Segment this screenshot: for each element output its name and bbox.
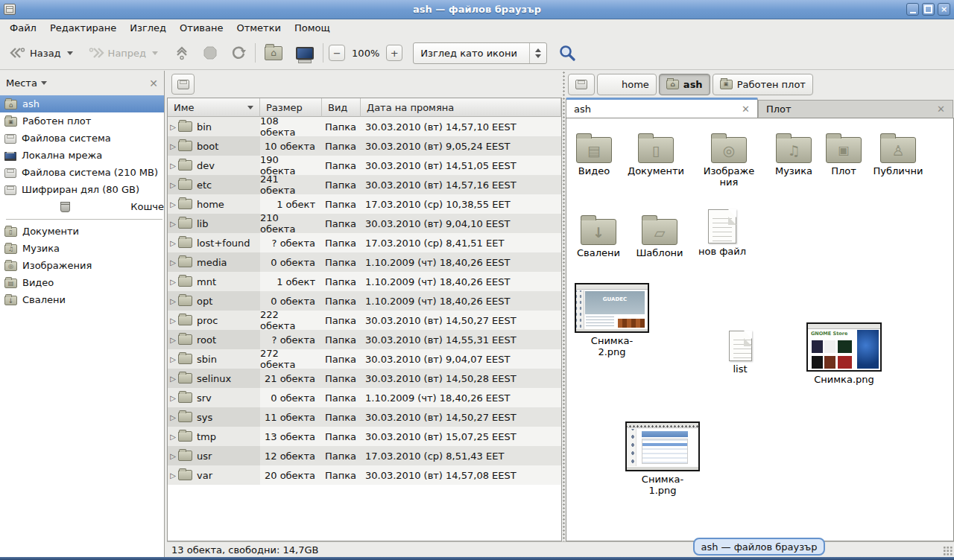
table-row[interactable]: ▷ boot 10 обекта Папка 30.03.2010 (вт) 9… — [168, 136, 561, 156]
table-row[interactable]: ▷ sbin 272 обекта Папка 30.03.2010 (вт) … — [168, 349, 561, 369]
sidebar-item[interactable]: Файлова система — [0, 130, 164, 147]
expander-icon[interactable]: ▷ — [168, 471, 178, 480]
column-header-type[interactable]: Вид — [322, 98, 361, 117]
table-row[interactable]: ▷ sys 11 обекта Папка 30.03.2010 (вт) 14… — [168, 407, 561, 427]
forward-dropdown-icon[interactable] — [152, 51, 158, 55]
file-icon-item[interactable]: Публични — [868, 130, 928, 176]
tab-close-icon[interactable]: ✕ — [742, 104, 750, 115]
expander-icon[interactable]: ▷ — [168, 123, 178, 131]
file-icon-item[interactable]: Свалени — [569, 212, 628, 258]
table-row[interactable]: ▷ proc 222 обекта Папка 30.03.2010 (вт) … — [168, 311, 561, 330]
home-button[interactable] — [261, 43, 286, 63]
back-dropdown-icon[interactable] — [67, 51, 73, 55]
forward-button[interactable]: Напред — [84, 43, 162, 63]
file-icon-item[interactable]: GNOME Store Снимка.png — [806, 319, 882, 385]
expander-icon[interactable]: ▷ — [168, 375, 178, 383]
expander-icon[interactable]: ▷ — [168, 297, 178, 305]
expander-icon[interactable]: ▷ — [168, 336, 178, 344]
sidebar-item[interactable]: ash — [0, 95, 164, 112]
maximize-button[interactable] — [922, 3, 935, 16]
titlebar[interactable]: ash — файлов браузър × — [0, 0, 954, 19]
table-row[interactable]: ▷ lib 210 обекта Папка 30.03.2010 (вт) 9… — [168, 214, 561, 233]
sidebar-item[interactable]: Кошче — [0, 198, 164, 215]
zoom-out-button[interactable]: − — [329, 45, 345, 61]
file-icon[interactable] — [776, 130, 812, 163]
tab-close-icon[interactable]: ✕ — [937, 104, 945, 115]
expander-icon[interactable]: ▷ — [168, 220, 178, 228]
tab[interactable]: ash ✕ — [566, 98, 758, 118]
minimize-button[interactable] — [906, 3, 919, 16]
file-icon[interactable] — [729, 330, 752, 361]
expander-icon[interactable]: ▷ — [168, 162, 178, 170]
menu-item[interactable]: Помощ — [288, 21, 337, 35]
sidebar-item[interactable]: Файлова система (210 MB) — [0, 164, 164, 181]
table-row[interactable]: ▷ media 0 обекта Папка 1.10.2009 (чт) 18… — [168, 252, 561, 272]
tab[interactable]: Плот ✕ — [758, 100, 953, 118]
file-icon-item[interactable]: Шаблони — [630, 212, 689, 258]
table-row[interactable]: ▷ mnt 1 обект Папка 1.10.2009 (чт) 18,40… — [168, 272, 561, 291]
zoom-in-button[interactable]: + — [386, 45, 402, 61]
expander-icon[interactable]: ▷ — [168, 258, 178, 267]
table-row[interactable]: ▷ root ? обекта Папка 30.03.2010 (вт) 14… — [168, 330, 561, 349]
sidebar-item[interactable]: Работен плот — [0, 112, 164, 130]
table-row[interactable]: ▷ selinux 21 обекта Папка 30.03.2010 (вт… — [168, 369, 561, 388]
sidebar-item[interactable]: Изображения — [0, 257, 164, 274]
table-row[interactable]: ▷ bin 108 обекта Папка 30.03.2010 (вт) 1… — [168, 117, 561, 136]
reload-button[interactable] — [227, 42, 250, 63]
table-row[interactable]: ▷ opt 0 обекта Папка 1.10.2009 (чт) 18,4… — [168, 291, 561, 311]
expander-icon[interactable]: ▷ — [168, 452, 178, 460]
file-icon-item[interactable]: Изображения — [699, 130, 759, 188]
menu-item[interactable]: Отиване — [173, 21, 230, 35]
file-icon[interactable] — [638, 130, 674, 163]
expander-icon[interactable]: ▷ — [168, 413, 178, 421]
sidebar-item[interactable]: Музика — [0, 240, 164, 257]
search-button[interactable] — [555, 41, 580, 65]
icon-view[interactable]: Видео — [566, 118, 954, 541]
sidebar-item[interactable]: Локална мрежа — [0, 147, 164, 164]
sidebar-item[interactable]: Видео — [0, 274, 164, 291]
sidebar-close-icon[interactable]: ✕ — [149, 77, 158, 89]
file-icon[interactable] — [880, 130, 916, 163]
file-icon[interactable] — [711, 130, 747, 163]
table-row[interactable]: ▷ srv 0 обекта Папка 1.10.2009 (чт) 18,4… — [168, 388, 561, 407]
table-row[interactable]: ▷ etc 241 обекта Папка 30.03.2010 (вт) 1… — [168, 175, 561, 194]
sidebar-item[interactable]: Шифриран дял (80 GB) — [0, 181, 164, 198]
table-row[interactable]: ▷ var 20 обекта Папка 30.03.2010 (вт) 14… — [168, 465, 561, 485]
menu-item[interactable]: Файл — [3, 21, 43, 35]
file-icon[interactable] — [625, 419, 700, 471]
expander-icon[interactable]: ▷ — [168, 181, 178, 189]
expander-icon[interactable]: ▷ — [168, 278, 178, 286]
path-button[interactable]: home — [597, 74, 657, 95]
file-icon-item[interactable]: Снимка-1.png — [625, 419, 700, 497]
sidebar-item[interactable] — [0, 215, 164, 223]
sidebar-item[interactable]: Документи — [0, 223, 164, 240]
sidebar-item[interactable]: Свалени — [0, 291, 164, 308]
file-icon-item[interactable]: Видео — [566, 130, 624, 176]
expander-icon[interactable]: ▷ — [168, 142, 178, 150]
menu-item[interactable]: Редактиране — [43, 21, 123, 35]
filesystem-root-button[interactable] — [171, 74, 195, 95]
menu-item[interactable]: Отметки — [230, 21, 287, 35]
computer-button[interactable] — [292, 44, 318, 63]
table-row[interactable]: ▷ dev 190 обекта Папка 30.03.2010 (вт) 1… — [168, 156, 561, 175]
file-icon-item[interactable]: list — [710, 330, 770, 375]
file-icon[interactable] — [708, 211, 736, 244]
table-row[interactable]: ▷ tmp 13 обекта Папка 30.03.2010 (вт) 15… — [168, 427, 561, 446]
chevron-down-icon[interactable] — [41, 81, 47, 85]
file-icon-item[interactable]: GUADEC Снимка-2.png — [575, 280, 649, 358]
menu-item[interactable]: Изглед — [123, 21, 173, 35]
column-header-name[interactable]: Име — [168, 98, 260, 117]
table-row[interactable]: ▷ home 1 обект Папка 17.03.2010 (ср) 10,… — [168, 194, 561, 214]
resize-grip[interactable] — [943, 546, 953, 556]
path-button[interactable]: Работен плот — [713, 74, 813, 95]
expander-icon[interactable]: ▷ — [168, 355, 178, 363]
file-icon[interactable] — [581, 212, 616, 245]
view-mode-select[interactable]: Изглед като икони — [413, 42, 547, 64]
expander-icon[interactable]: ▷ — [168, 433, 178, 441]
table-row[interactable]: ▷ lost+found ? обекта Папка 17.03.2010 (… — [168, 233, 561, 252]
expander-icon[interactable]: ▷ — [168, 239, 178, 247]
up-button[interactable] — [171, 42, 193, 63]
file-icon[interactable]: GUADEC — [575, 280, 649, 333]
file-icon[interactable] — [826, 130, 862, 163]
close-button[interactable]: × — [938, 3, 950, 16]
